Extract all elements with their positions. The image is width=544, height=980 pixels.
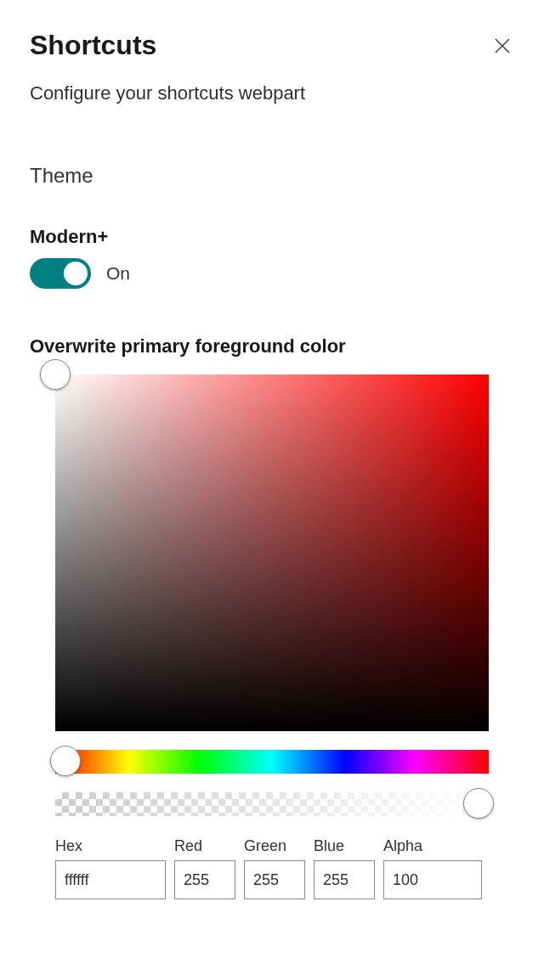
toggle-state-text: On [106, 263, 130, 284]
hex-label: Hex [55, 837, 166, 855]
saturation-thumb[interactable] [40, 359, 71, 390]
blue-input[interactable] [314, 860, 375, 899]
toggle-thumb [64, 262, 88, 285]
red-label: Red [174, 837, 235, 855]
green-label: Green [244, 837, 305, 855]
saturation-panel[interactable] [55, 375, 489, 731]
hue-slider[interactable] [55, 750, 489, 774]
alpha-input[interactable] [383, 860, 482, 899]
modern-plus-toggle[interactable] [30, 258, 91, 289]
modern-plus-label: Modern+ [30, 226, 514, 248]
close-button[interactable] [490, 34, 514, 58]
blue-label: Blue [314, 837, 375, 855]
theme-heading: Theme [30, 164, 514, 188]
hex-input[interactable] [55, 860, 166, 899]
alpha-label: Alpha [383, 837, 482, 855]
panel-subtitle: Configure your shortcuts webpart [30, 82, 514, 104]
hue-thumb[interactable] [50, 746, 81, 776]
red-input[interactable] [174, 860, 235, 899]
panel-title: Shortcuts [30, 30, 156, 61]
green-input[interactable] [244, 860, 305, 899]
alpha-slider[interactable] [55, 792, 489, 816]
alpha-thumb[interactable] [463, 788, 494, 819]
foreground-color-label: Overwrite primary foreground color [30, 335, 514, 358]
close-icon [494, 37, 511, 54]
